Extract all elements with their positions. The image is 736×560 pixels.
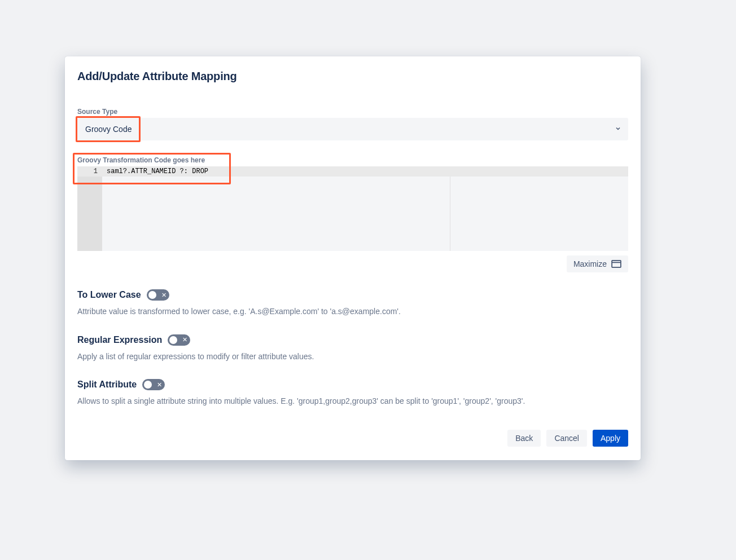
code-gutter	[77, 166, 102, 251]
maximize-icon	[611, 260, 621, 268]
close-icon: ✕	[161, 292, 167, 298]
code-editor-label: Groovy Transformation Code goes here	[77, 156, 628, 164]
maximize-row: Maximize	[77, 255, 628, 272]
regex-label: Regular Expression	[77, 335, 162, 345]
code-overflow-ruler	[450, 166, 450, 251]
source-type-value: Groovy Code	[85, 125, 132, 134]
to-lower-case-desc: Attribute value is transformed to lower …	[77, 306, 628, 318]
apply-button[interactable]: Apply	[593, 430, 628, 447]
toggle-knob	[169, 336, 177, 344]
source-type-select[interactable]: Groovy Code	[77, 118, 628, 140]
regex-section: Regular Expression ✕ Apply a list of reg…	[77, 334, 628, 363]
to-lower-case-section: To Lower Case ✕ Attribute value is trans…	[77, 289, 628, 318]
split-section: Split Attribute ✕ Allows to split a sing…	[77, 379, 628, 407]
source-type-label: Source Type	[77, 108, 628, 116]
close-icon: ✕	[157, 382, 162, 388]
toggle-knob	[144, 381, 152, 389]
line-number: 1	[77, 166, 102, 177]
modal-title: Add/Update Attribute Mapping	[65, 56, 641, 83]
svg-rect-0	[612, 261, 621, 267]
split-toggle[interactable]: ✕	[142, 379, 165, 390]
to-lower-case-label: To Lower Case	[77, 290, 141, 300]
toggle-knob	[148, 291, 156, 299]
code-line-1: 1 saml?.ATTR_NAMEID ?: DROP	[77, 166, 628, 177]
split-desc: Allows to split a single attribute strin…	[77, 396, 628, 407]
maximize-label: Maximize	[573, 259, 607, 268]
code-text: saml?.ATTR_NAMEID ?: DROP	[102, 166, 208, 177]
regex-toggle[interactable]: ✕	[168, 334, 190, 346]
back-button[interactable]: Back	[507, 430, 541, 447]
split-label: Split Attribute	[77, 380, 137, 390]
chevron-down-icon	[615, 125, 621, 134]
source-type-select-wrapper: Groovy Code	[77, 118, 628, 140]
cancel-button[interactable]: Cancel	[546, 430, 587, 447]
attribute-mapping-modal: Add/Update Attribute Mapping Source Type…	[65, 56, 641, 460]
code-editor[interactable]: 1 saml?.ATTR_NAMEID ?: DROP	[77, 166, 628, 251]
regex-desc: Apply a list of regular expressions to m…	[77, 351, 628, 363]
modal-content: Source Type Groovy Code Groovy Transform…	[65, 108, 641, 407]
modal-footer: Back Cancel Apply	[65, 430, 641, 447]
code-section: Groovy Transformation Code goes here 1 s…	[77, 156, 628, 251]
maximize-button[interactable]: Maximize	[567, 255, 628, 272]
close-icon: ✕	[182, 337, 187, 343]
to-lower-case-toggle[interactable]: ✕	[147, 289, 169, 301]
